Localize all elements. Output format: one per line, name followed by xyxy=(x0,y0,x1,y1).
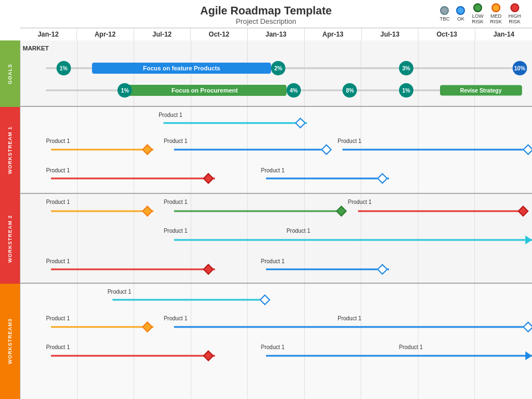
ws2-r1-diamond-green xyxy=(336,206,347,217)
ws2-r1-track-green xyxy=(174,211,343,212)
revise-strategy-bar: Revise Strategy xyxy=(440,85,522,96)
goals-label: GOALS xyxy=(0,40,20,107)
goals-row2: Focus on Procurement Revise Strategy 1% … xyxy=(21,79,532,101)
tl-jan13: Jan-13 xyxy=(248,28,305,40)
focus-feature-bar: Focus on feature Products xyxy=(92,63,271,74)
legend-high-risk: HIGHRISK xyxy=(509,3,521,24)
badge-2pct-r1: 2% xyxy=(271,61,285,75)
tbc-label: TBC xyxy=(439,16,449,22)
tl-oct13: Oct-13 xyxy=(418,28,475,40)
low-risk-label: LOWRISK xyxy=(472,13,483,24)
legend-ok: OK xyxy=(456,6,465,22)
ws3-r2-label1: Product 1 xyxy=(46,315,70,321)
main-container: Agile Roadmap Template Project Descripti… xyxy=(0,0,532,399)
ws1-r2-diamond-yellow xyxy=(142,144,153,155)
legend-low-risk: LOWRISK xyxy=(472,3,483,24)
ws1-r2-label3: Product 1 xyxy=(337,138,361,144)
tl-jan12: Jan-12 xyxy=(20,28,77,40)
header: Agile Roadmap Template Project Descripti… xyxy=(0,0,532,28)
ws3-r1-label1: Product 1 xyxy=(108,289,131,295)
badge-4pct-r2: 4% xyxy=(287,83,301,98)
legend: TBC OK LOWRISK MEDRISK HIGHRISK xyxy=(439,3,521,24)
timeline-header: Jan-12 Apr-12 Jul-12 Oct-12 Jan-13 Apr-1… xyxy=(20,28,532,40)
ws1-r3-diamond-white xyxy=(377,173,388,184)
med-risk-dot xyxy=(492,3,500,12)
ws2-r3-label2: Product 1 xyxy=(261,258,285,264)
ws1-r3-label1: Product 1 xyxy=(46,167,70,173)
ws3-row3: Product 1 Product 1 Product 1 xyxy=(21,342,532,370)
ws2-r2-label1: Product 1 xyxy=(163,228,187,234)
badge-1pct-r2: 1% xyxy=(117,83,132,98)
ws1-row3: Product 1 Product 1 xyxy=(21,165,532,192)
ws2-label: WORKSTREAM 2 xyxy=(0,194,20,284)
badge-1pct2-r2: 1% xyxy=(399,83,413,98)
ws1-r2-track-blue2 xyxy=(342,149,526,151)
high-risk-label: HIGHRISK xyxy=(509,13,521,24)
ws1-row2: Product 1 Product 1 Product 1 xyxy=(21,136,532,163)
row-labels: GOALS WORKSTREAM 1 WORKSTREAM 2 WORKSTRE… xyxy=(0,40,20,399)
ws2-row3: Product 1 Product 1 xyxy=(21,256,532,282)
ws2-r3-label1: Product 1 xyxy=(46,258,70,264)
high-risk-dot xyxy=(510,3,519,12)
ws2-r1-diamond-yellow xyxy=(142,206,153,217)
low-risk-dot xyxy=(473,3,482,12)
ok-dot xyxy=(456,6,465,15)
grid-main: MARKET Focus on feature Products 1% 2% 3… xyxy=(20,40,532,399)
ws3-r3-track-red xyxy=(51,355,214,357)
market-text: MARKET xyxy=(23,45,49,52)
ws3-r2-diamond-blue xyxy=(523,321,532,332)
ws2-r3-track-blue xyxy=(266,268,389,270)
ws1-r2-track-blue xyxy=(174,149,328,151)
ws3-row1: Product 1 xyxy=(21,287,532,313)
ws2-row1: Product 1 Product 1 Product 1 xyxy=(21,197,532,226)
ws1-r2-diamond-blue xyxy=(321,144,332,155)
ws3-r1-diamond xyxy=(259,294,270,305)
ws1-r2-label1: Product 1 xyxy=(46,138,70,144)
ws1-r2-label2: Product 1 xyxy=(163,138,187,144)
tl-jul12: Jul-12 xyxy=(134,28,191,40)
badge-10pct-r1: 10% xyxy=(513,61,527,75)
ws3-label: WORKSTREAM3 xyxy=(0,284,20,399)
tbc-dot xyxy=(440,6,449,15)
ws2-r1-track-yellow xyxy=(51,211,154,212)
ws3-r3-track-blue xyxy=(266,355,532,357)
content-area: GOALS WORKSTREAM 1 WORKSTREAM 2 WORKSTRE… xyxy=(0,40,532,399)
ws3-r1-track xyxy=(112,299,266,301)
tl-apr12: Apr-12 xyxy=(77,28,134,40)
ws2-section: Product 1 Product 1 Product 1 Product 1 … xyxy=(21,194,532,284)
ws2-r3-track-red xyxy=(51,268,214,270)
ws1-r3-track-red xyxy=(51,178,214,180)
ws3-r3-arrow xyxy=(525,351,532,360)
ws3-r3-diamond-red xyxy=(203,350,214,361)
goals-section: MARKET Focus on feature Products 1% 2% 3… xyxy=(21,40,532,107)
badge-3pct-r1: 3% xyxy=(399,61,413,75)
ws2-r2-track-cyan xyxy=(174,239,532,241)
focus-procurement-bar: Focus on Procurement xyxy=(123,85,287,96)
ws3-r2-diamond-yellow xyxy=(142,321,153,332)
med-risk-label: MEDRISK xyxy=(490,13,502,24)
ws2-r3-diamond-red xyxy=(203,264,214,275)
ws3-r2-track-yellow xyxy=(51,326,154,328)
ws1-r3-label2: Product 1 xyxy=(261,167,285,173)
ws1-r1-diamond xyxy=(295,117,306,129)
ws3-r3-label1: Product 1 xyxy=(46,344,70,350)
ws3-r3-label3: Product 1 xyxy=(399,344,423,350)
badge-8pct-r2: 8% xyxy=(342,83,357,98)
ws1-r3-track-blue xyxy=(266,178,389,180)
ws1-r2-diamond-blue2 xyxy=(523,144,532,155)
ws3-r2-label2: Product 1 xyxy=(163,315,187,321)
tl-jul13: Jul-13 xyxy=(362,28,419,40)
ws2-r2-arrow xyxy=(525,236,532,244)
ws3-section: Product 1 Product 1 Product 1 Product 1 xyxy=(21,284,532,399)
ws1-row1: Product 1 xyxy=(21,110,532,136)
ok-label: OK xyxy=(457,16,464,22)
ws1-r1-track xyxy=(163,122,306,124)
ws3-r2-track-blue xyxy=(174,326,527,328)
tl-jan14: Jan-14 xyxy=(475,28,532,40)
tl-oct12: Oct-12 xyxy=(191,28,248,40)
ws1-section: Product 1 Product 1 Product 1 Product 1 xyxy=(21,107,532,194)
ws2-r3-diamond-white xyxy=(377,264,388,275)
ws2-r1-track-red xyxy=(358,211,521,212)
legend-tbc: TBC xyxy=(439,6,449,22)
ws2-r1-diamond-red xyxy=(518,206,529,217)
